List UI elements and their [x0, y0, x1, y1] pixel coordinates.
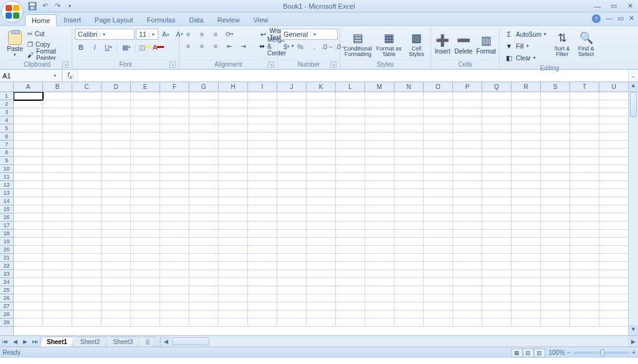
cell[interactable]: [189, 278, 219, 286]
cell[interactable]: [482, 302, 512, 310]
cell[interactable]: [453, 92, 482, 100]
cell[interactable]: [72, 116, 102, 124]
row-header[interactable]: 28: [0, 310, 13, 319]
cell[interactable]: [131, 294, 160, 302]
cell[interactable]: [72, 230, 102, 238]
cell[interactable]: [160, 189, 189, 197]
cell[interactable]: [248, 262, 277, 270]
cell[interactable]: [189, 108, 219, 116]
cell[interactable]: [307, 222, 336, 230]
align-middle-button[interactable]: ≡: [196, 29, 208, 40]
cell[interactable]: [336, 270, 365, 278]
number-launcher[interactable]: ↘: [330, 62, 336, 68]
cell[interactable]: [14, 189, 43, 197]
cell[interactable]: [248, 278, 277, 286]
cell[interactable]: [277, 165, 307, 173]
cell[interactable]: [14, 173, 43, 181]
autosum-button[interactable]: ΣAutoSum▾: [502, 29, 549, 40]
cell[interactable]: [424, 197, 453, 205]
cell[interactable]: [219, 197, 248, 205]
row-header[interactable]: 19: [0, 238, 13, 246]
cell[interactable]: [541, 294, 570, 302]
cell[interactable]: [248, 246, 277, 254]
cell[interactable]: [307, 230, 336, 238]
cell[interactable]: [219, 133, 248, 141]
cell[interactable]: [219, 189, 248, 197]
cell-styles-button[interactable]: ▩ Cell Styles: [405, 29, 428, 60]
cell[interactable]: [482, 116, 512, 124]
cell[interactable]: [72, 310, 102, 319]
cell[interactable]: [43, 108, 72, 116]
cell[interactable]: [219, 108, 248, 116]
cell[interactable]: [541, 165, 570, 173]
cell[interactable]: [102, 294, 131, 302]
cell[interactable]: [453, 141, 482, 149]
cell[interactable]: [424, 205, 453, 213]
cell[interactable]: [307, 286, 336, 294]
cell[interactable]: [307, 141, 336, 149]
cell[interactable]: [570, 294, 599, 302]
cell[interactable]: [424, 238, 453, 246]
row-header[interactable]: 5: [0, 124, 13, 133]
cell[interactable]: [43, 100, 72, 108]
cell[interactable]: [424, 278, 453, 286]
cell[interactable]: [72, 133, 102, 141]
cell[interactable]: [307, 270, 336, 278]
cell[interactable]: [482, 222, 512, 230]
cell[interactable]: [424, 213, 453, 222]
cell[interactable]: [453, 173, 482, 181]
normal-view-button[interactable]: ▦: [512, 348, 523, 357]
cell[interactable]: [189, 294, 219, 302]
column-header[interactable]: A: [14, 82, 43, 91]
cell[interactable]: [43, 302, 72, 310]
cell[interactable]: [336, 238, 365, 246]
cell[interactable]: [570, 286, 599, 294]
cell[interactable]: [512, 173, 541, 181]
cell[interactable]: [541, 254, 570, 262]
cell[interactable]: [541, 108, 570, 116]
cell[interactable]: [189, 100, 219, 108]
cell[interactable]: [248, 189, 277, 197]
cell[interactable]: [189, 319, 219, 327]
cell[interactable]: [102, 270, 131, 278]
cell[interactable]: [160, 302, 189, 310]
cell[interactable]: [307, 108, 336, 116]
cell[interactable]: [219, 270, 248, 278]
cell[interactable]: [72, 141, 102, 149]
cell[interactable]: [570, 246, 599, 254]
vscroll-thumb[interactable]: [630, 92, 637, 117]
cell[interactable]: [541, 213, 570, 222]
cell[interactable]: [599, 124, 628, 133]
cell[interactable]: [102, 189, 131, 197]
cell[interactable]: [570, 254, 599, 262]
cell[interactable]: [219, 124, 248, 133]
cell[interactable]: [482, 205, 512, 213]
cell[interactable]: [72, 189, 102, 197]
cell[interactable]: [365, 302, 394, 310]
cell[interactable]: [394, 149, 424, 157]
cell[interactable]: [131, 254, 160, 262]
cell[interactable]: [277, 238, 307, 246]
cell[interactable]: [160, 165, 189, 173]
cell[interactable]: [599, 254, 628, 262]
cell[interactable]: [248, 173, 277, 181]
cell[interactable]: [189, 189, 219, 197]
cell[interactable]: [43, 141, 72, 149]
column-header[interactable]: Q: [482, 82, 512, 91]
cell[interactable]: [365, 197, 394, 205]
cell[interactable]: [541, 157, 570, 165]
column-header[interactable]: K: [307, 82, 336, 91]
cell[interactable]: [102, 165, 131, 173]
cell[interactable]: [248, 124, 277, 133]
cell[interactable]: [307, 173, 336, 181]
cell[interactable]: [102, 108, 131, 116]
cell[interactable]: [570, 189, 599, 197]
cell[interactable]: [219, 310, 248, 319]
cell[interactable]: [482, 100, 512, 108]
cell[interactable]: [131, 222, 160, 230]
cell[interactable]: [424, 100, 453, 108]
cell[interactable]: [248, 319, 277, 327]
cell[interactable]: [102, 124, 131, 133]
cell[interactable]: [512, 230, 541, 238]
cell[interactable]: [482, 108, 512, 116]
